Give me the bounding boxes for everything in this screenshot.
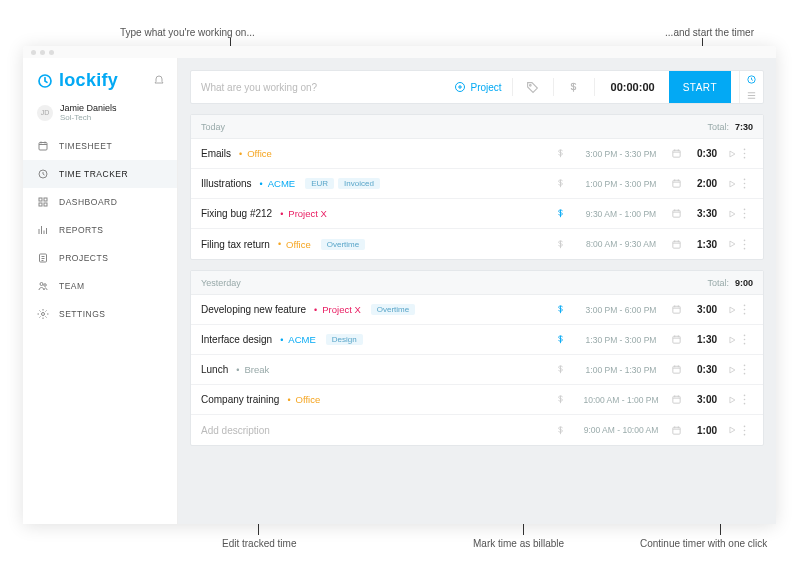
- project-name[interactable]: Office: [286, 239, 311, 250]
- billable-toggle[interactable]: [555, 148, 571, 159]
- billable-toggle[interactable]: [555, 425, 571, 436]
- duration[interactable]: 1:30: [687, 239, 727, 250]
- time-range[interactable]: 3:00 PM - 3:30 PM: [571, 149, 671, 159]
- tag[interactable]: Overtime: [371, 304, 415, 315]
- nav-item-team[interactable]: TEAM: [23, 272, 177, 300]
- continue-button[interactable]: [727, 179, 743, 189]
- tag-icon[interactable]: [523, 77, 543, 97]
- nav-item-settings[interactable]: SETTINGS: [23, 300, 177, 328]
- time-range[interactable]: 1:00 PM - 1:30 PM: [571, 365, 671, 375]
- continue-button[interactable]: [727, 395, 743, 405]
- time-range[interactable]: 3:00 PM - 6:00 PM: [571, 305, 671, 315]
- calendar-icon[interactable]: [671, 425, 687, 436]
- user-block[interactable]: JD Jamie Daniels Sol-Tech: [23, 99, 177, 132]
- mode-toggle[interactable]: [739, 71, 763, 103]
- time-entry[interactable]: Fixing bug #212•Project X9:30 AM - 1:00 …: [191, 199, 763, 229]
- duration[interactable]: 1:30: [687, 334, 727, 345]
- entry-description[interactable]: Lunch: [201, 364, 228, 375]
- project-name[interactable]: Break: [244, 364, 269, 375]
- more-menu[interactable]: [743, 364, 753, 375]
- calendar-icon[interactable]: [671, 239, 687, 250]
- more-menu[interactable]: [743, 304, 753, 315]
- calendar-icon[interactable]: [671, 304, 687, 315]
- time-range[interactable]: 10:00 AM - 1:00 PM: [571, 395, 671, 405]
- tag[interactable]: EUR: [305, 178, 334, 189]
- duration[interactable]: 2:00: [687, 178, 727, 189]
- more-menu[interactable]: [743, 148, 753, 159]
- time-entry[interactable]: Illustrations•ACMEEURInvoiced1:00 PM - 3…: [191, 169, 763, 199]
- nav-item-dashboard[interactable]: DASHBOARD: [23, 188, 177, 216]
- entry-description[interactable]: Interface design: [201, 334, 272, 345]
- time-range[interactable]: 8:00 AM - 9:30 AM: [571, 239, 671, 249]
- entry-description[interactable]: Developing new feature: [201, 304, 306, 315]
- nav-item-time-tracker[interactable]: TIME TRACKER: [23, 160, 177, 188]
- time-entry[interactable]: Lunch•Break1:00 PM - 1:30 PM0:30: [191, 355, 763, 385]
- more-menu[interactable]: [743, 394, 753, 405]
- start-button[interactable]: START: [669, 71, 731, 103]
- billable-toggle[interactable]: [555, 178, 571, 189]
- continue-button[interactable]: [727, 239, 743, 249]
- nav-item-projects[interactable]: PROJECTS: [23, 244, 177, 272]
- more-menu[interactable]: [743, 178, 753, 189]
- duration[interactable]: 3:00: [687, 304, 727, 315]
- calendar-icon[interactable]: [671, 334, 687, 345]
- description-input[interactable]: [201, 82, 446, 93]
- more-menu[interactable]: [743, 239, 753, 250]
- duration[interactable]: 1:00: [687, 425, 727, 436]
- add-project-button[interactable]: Project: [454, 81, 501, 93]
- duration[interactable]: 0:30: [687, 148, 727, 159]
- nav-item-timesheet[interactable]: TIMESHEET: [23, 132, 177, 160]
- tag[interactable]: Invoiced: [338, 178, 380, 189]
- calendar-icon[interactable]: [671, 178, 687, 189]
- entry-description[interactable]: Emails: [201, 148, 231, 159]
- duration[interactable]: 0:30: [687, 364, 727, 375]
- duration[interactable]: 3:00: [687, 394, 727, 405]
- time-entry[interactable]: Company training•Office10:00 AM - 1:00 P…: [191, 385, 763, 415]
- time-entry[interactable]: Developing new feature•Project XOvertime…: [191, 295, 763, 325]
- continue-button[interactable]: [727, 209, 743, 219]
- time-range[interactable]: 9:30 AM - 1:00 PM: [571, 209, 671, 219]
- calendar-icon[interactable]: [671, 148, 687, 159]
- list-mode-icon[interactable]: [740, 87, 763, 103]
- billable-toggle[interactable]: [555, 239, 571, 250]
- tag[interactable]: Overtime: [321, 239, 365, 250]
- billable-toggle[interactable]: [555, 208, 571, 219]
- time-range[interactable]: 1:30 PM - 3:00 PM: [571, 335, 671, 345]
- time-entry[interactable]: Filing tax return•OfficeOvertime8:00 AM …: [191, 229, 763, 259]
- time-range[interactable]: 1:00 PM - 3:00 PM: [571, 179, 671, 189]
- more-menu[interactable]: [743, 334, 753, 345]
- project-name[interactable]: ACME: [268, 178, 295, 189]
- project-name[interactable]: Office: [296, 394, 321, 405]
- entry-description[interactable]: Fixing bug #212: [201, 208, 272, 219]
- continue-button[interactable]: [727, 305, 743, 315]
- billable-toggle[interactable]: [555, 364, 571, 375]
- continue-button[interactable]: [727, 365, 743, 375]
- entry-description[interactable]: Illustrations: [201, 178, 252, 189]
- time-entry[interactable]: Add description9:00 AM - 10:00 AM1:00: [191, 415, 763, 445]
- calendar-icon[interactable]: [671, 364, 687, 375]
- continue-button[interactable]: [727, 149, 743, 159]
- continue-button[interactable]: [727, 335, 743, 345]
- time-entry[interactable]: Emails•Office3:00 PM - 3:30 PM0:30: [191, 139, 763, 169]
- entry-description[interactable]: Company training: [201, 394, 279, 405]
- project-name[interactable]: Office: [247, 148, 272, 159]
- timer-display[interactable]: 00:00:00: [605, 81, 661, 93]
- time-entry[interactable]: Interface design•ACMEDesign1:30 PM - 3:0…: [191, 325, 763, 355]
- bell-icon[interactable]: [153, 75, 165, 87]
- calendar-icon[interactable]: [671, 208, 687, 219]
- nav-item-reports[interactable]: REPORTS: [23, 216, 177, 244]
- entry-description[interactable]: Add description: [201, 425, 270, 436]
- billable-toggle[interactable]: [555, 394, 571, 405]
- clock-mode-icon[interactable]: [740, 71, 763, 87]
- project-name[interactable]: Project X: [288, 208, 327, 219]
- tag[interactable]: Design: [326, 334, 363, 345]
- more-menu[interactable]: [743, 425, 753, 436]
- time-range[interactable]: 9:00 AM - 10:00 AM: [571, 425, 671, 435]
- calendar-icon[interactable]: [671, 394, 687, 405]
- duration[interactable]: 3:30: [687, 208, 727, 219]
- entry-description[interactable]: Filing tax return: [201, 239, 270, 250]
- billable-icon[interactable]: [564, 77, 584, 97]
- project-name[interactable]: ACME: [288, 334, 315, 345]
- billable-toggle[interactable]: [555, 304, 571, 315]
- continue-button[interactable]: [727, 425, 743, 435]
